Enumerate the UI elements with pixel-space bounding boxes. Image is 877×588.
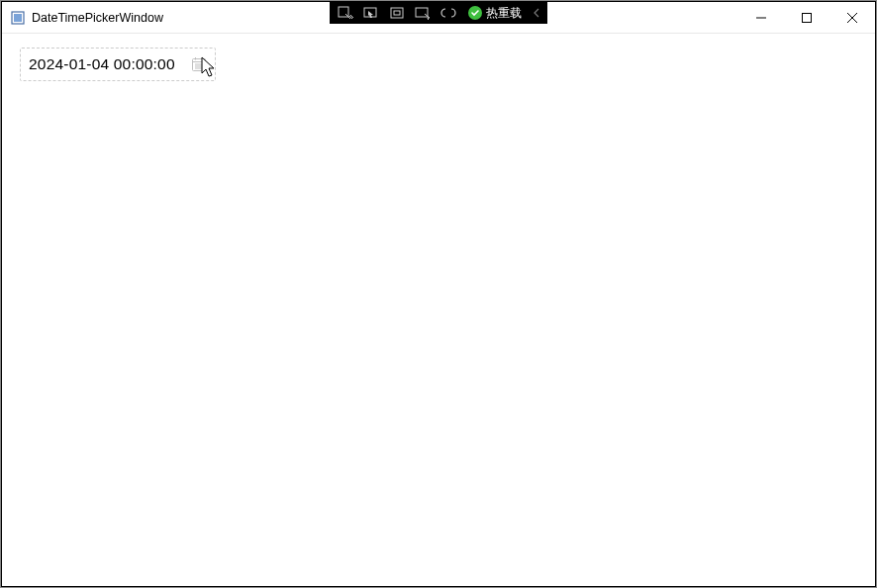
client-area: 2024-01-04 00:00:00 — [2, 34, 875, 586]
titlebar-left: DateTimePickerWindow — [2, 10, 163, 26]
select-element-icon[interactable] — [359, 2, 383, 24]
minimize-button[interactable] — [738, 2, 784, 33]
svg-rect-1 — [14, 14, 22, 22]
maximize-button[interactable] — [784, 2, 829, 33]
svg-rect-8 — [803, 13, 812, 22]
svg-rect-5 — [394, 11, 400, 15]
datetime-picker[interactable]: 2024-01-04 00:00:00 — [20, 48, 216, 81]
display-layout-icon[interactable] — [385, 2, 409, 24]
live-visual-tree-icon[interactable] — [334, 2, 357, 24]
titlebar: DateTimePickerWindow — [2, 2, 875, 34]
window-controls — [738, 2, 875, 33]
debug-toolbar: 热重载 — [330, 2, 547, 24]
app-icon — [10, 10, 26, 26]
window-title: DateTimePickerWindow — [32, 11, 163, 25]
xaml-binding-icon[interactable] — [437, 2, 460, 24]
svg-rect-4 — [391, 8, 403, 18]
calendar-icon[interactable] — [189, 54, 209, 74]
track-focus-icon[interactable] — [411, 2, 435, 24]
datetime-value[interactable]: 2024-01-04 00:00:00 — [29, 55, 175, 73]
check-circle-icon — [468, 6, 482, 20]
hot-reload-button[interactable]: 热重载 — [462, 2, 528, 24]
chevron-left-icon[interactable] — [530, 8, 543, 18]
hot-reload-label: 热重载 — [486, 5, 522, 22]
svg-rect-6 — [416, 8, 428, 17]
window-frame: DateTimePickerWindow — [1, 1, 876, 587]
close-button[interactable] — [829, 2, 875, 33]
